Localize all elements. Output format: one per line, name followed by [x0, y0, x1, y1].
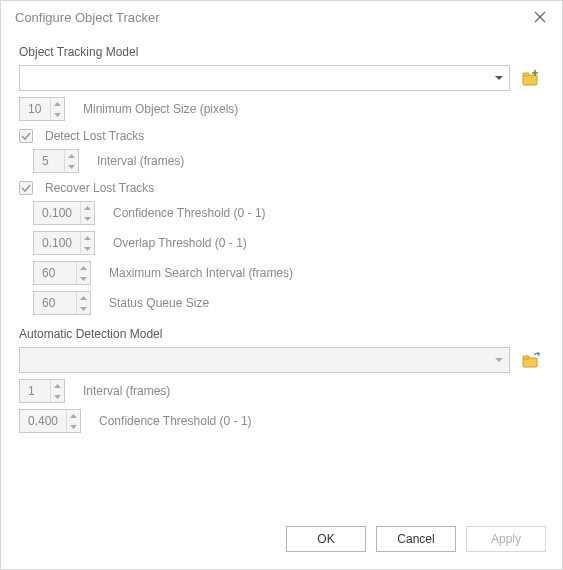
spinner-up[interactable] — [65, 150, 78, 161]
auto-confidence-row: 0.400 Confidence Threshold (0 - 1) — [19, 409, 544, 433]
recover-overlap-value: 0.100 — [34, 236, 80, 250]
cancel-label: Cancel — [397, 532, 434, 546]
recover-confidence-spinner[interactable]: 0.100 — [33, 201, 95, 225]
spinner-arrows — [64, 150, 78, 172]
tracking-model-label: Object Tracking Model — [19, 45, 544, 59]
auto-model-section-label: Automatic Detection Model — [19, 327, 544, 341]
folder-open-icon — [522, 351, 540, 369]
ok-label: OK — [317, 532, 334, 546]
min-size-spinner[interactable]: 10 — [19, 97, 65, 121]
spinner-down[interactable] — [51, 109, 64, 120]
auto-confidence-label: Confidence Threshold (0 - 1) — [99, 414, 252, 428]
spinner-up[interactable] — [81, 202, 94, 213]
recover-confidence-row: 0.100 Confidence Threshold (0 - 1) — [19, 201, 544, 225]
svg-rect-1 — [523, 73, 529, 76]
spinner-up[interactable] — [77, 262, 90, 273]
browse-model-button[interactable] — [518, 65, 544, 91]
close-icon — [534, 11, 546, 23]
detect-interval-row: 5 Interval (frames) — [19, 149, 544, 173]
spinner-down[interactable] — [81, 243, 94, 254]
recover-queue-label: Status Queue Size — [109, 296, 209, 310]
spinner-arrows — [50, 98, 64, 120]
button-bar: OK Cancel Apply — [1, 519, 562, 569]
auto-interval-spinner[interactable]: 1 — [19, 379, 65, 403]
spinner-up[interactable] — [81, 232, 94, 243]
auto-confidence-value: 0.400 — [20, 414, 66, 428]
detect-lost-checkbox[interactable] — [19, 129, 33, 143]
recover-overlap-row: 0.100 Overlap Threshold (0 - 1) — [19, 231, 544, 255]
min-size-label: Minimum Object Size (pixels) — [83, 102, 238, 116]
recover-lost-label: Recover Lost Tracks — [45, 181, 154, 195]
spinner-down[interactable] — [67, 421, 80, 432]
spinner-down[interactable] — [51, 391, 64, 402]
chevron-down-icon — [495, 358, 503, 362]
recover-overlap-label: Overlap Threshold (0 - 1) — [113, 236, 247, 250]
apply-label: Apply — [491, 532, 521, 546]
chevron-down-icon — [495, 76, 503, 80]
ok-button[interactable]: OK — [286, 526, 366, 552]
recover-queue-spinner[interactable]: 60 — [33, 291, 91, 315]
detect-interval-label: Interval (frames) — [97, 154, 184, 168]
spinner-up[interactable] — [77, 292, 90, 303]
auto-interval-row: 1 Interval (frames) — [19, 379, 544, 403]
recover-queue-row: 60 Status Queue Size — [19, 291, 544, 315]
close-button[interactable] — [528, 5, 552, 29]
tracking-model-dropdown[interactable] — [19, 65, 510, 91]
spinner-down[interactable] — [77, 303, 90, 314]
recover-maxsearch-label: Maximum Search Interval (frames) — [109, 266, 293, 280]
browse-auto-model-button[interactable] — [518, 347, 544, 373]
auto-interval-value: 1 — [20, 384, 50, 398]
tracking-model-row — [19, 65, 544, 91]
titlebar: Configure Object Tracker — [1, 1, 562, 33]
cancel-button[interactable]: Cancel — [376, 526, 456, 552]
dialog-body: Object Tracking Model 10 — [1, 33, 562, 519]
spinner-arrows — [80, 232, 94, 254]
recover-lost-row: Recover Lost Tracks — [19, 181, 544, 195]
auto-model-dropdown[interactable] — [19, 347, 510, 373]
recover-confidence-label: Confidence Threshold (0 - 1) — [113, 206, 266, 220]
recover-overlap-spinner[interactable]: 0.100 — [33, 231, 95, 255]
recover-maxsearch-value: 60 — [34, 266, 76, 280]
min-size-value: 10 — [20, 102, 50, 116]
auto-model-row — [19, 347, 544, 373]
detect-interval-spinner[interactable]: 5 — [33, 149, 79, 173]
apply-button[interactable]: Apply — [466, 526, 546, 552]
min-size-row: 10 Minimum Object Size (pixels) — [19, 97, 544, 121]
recover-lost-checkbox[interactable] — [19, 181, 33, 195]
spinner-up[interactable] — [51, 98, 64, 109]
spinner-arrows — [66, 410, 80, 432]
spinner-down[interactable] — [81, 213, 94, 224]
auto-confidence-spinner[interactable]: 0.400 — [19, 409, 81, 433]
check-icon — [21, 131, 31, 141]
spinner-arrows — [50, 380, 64, 402]
auto-interval-label: Interval (frames) — [83, 384, 170, 398]
check-icon — [21, 183, 31, 193]
dialog-title: Configure Object Tracker — [15, 10, 160, 25]
spinner-up[interactable] — [67, 410, 80, 421]
spinner-up[interactable] — [51, 380, 64, 391]
add-model-icon — [522, 69, 540, 87]
spinner-down[interactable] — [77, 273, 90, 284]
spinner-arrows — [76, 262, 90, 284]
detect-interval-value: 5 — [34, 154, 64, 168]
detect-lost-label: Detect Lost Tracks — [45, 129, 144, 143]
detect-lost-row: Detect Lost Tracks — [19, 129, 544, 143]
spinner-down[interactable] — [65, 161, 78, 172]
recover-maxsearch-row: 60 Maximum Search Interval (frames) — [19, 261, 544, 285]
svg-rect-5 — [523, 356, 529, 359]
recover-confidence-value: 0.100 — [34, 206, 80, 220]
dialog: Configure Object Tracker Object Tracking… — [0, 0, 563, 570]
recover-maxsearch-spinner[interactable]: 60 — [33, 261, 91, 285]
spinner-arrows — [76, 292, 90, 314]
recover-queue-value: 60 — [34, 296, 76, 310]
spinner-arrows — [80, 202, 94, 224]
